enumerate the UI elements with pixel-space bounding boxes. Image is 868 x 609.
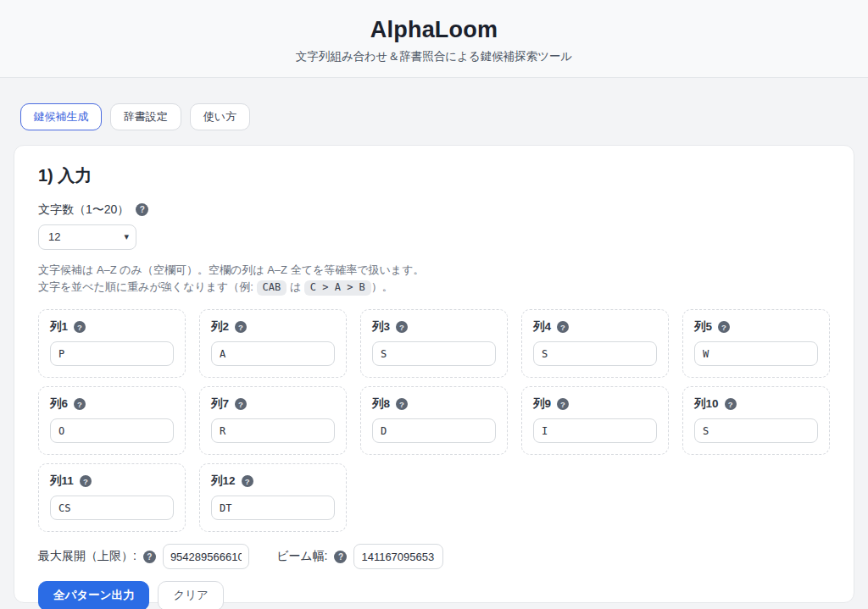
help-icon[interactable]: ? — [396, 321, 408, 333]
app-subtitle: 文字列組み合わせ＆辞書照合による鍵候補探索ツール — [0, 49, 868, 64]
max-expand-label: 最大展開（上限）: — [38, 549, 136, 564]
help-icon[interactable]: ? — [235, 321, 247, 333]
help-icon[interactable]: ? — [80, 475, 92, 487]
column-input-1[interactable] — [50, 341, 174, 366]
column-label: 列1 — [50, 319, 68, 335]
column-card-6: 列6 ? — [38, 386, 186, 455]
generate-all-patterns-button[interactable]: 全パターン出力 — [38, 581, 149, 609]
input-panel: 1) 入力 文字数（1〜20） ? 12 ▾ 文字候補は A–Z のみ（空欄可）… — [14, 145, 854, 603]
hint-line-2-mid: は — [287, 280, 304, 293]
column-card-2: 列2 ? — [199, 309, 347, 378]
column-label: 列3 — [372, 319, 390, 335]
char-count-label: 文字数（1〜20） — [38, 202, 129, 218]
char-count-field: 文字数（1〜20） ? — [38, 202, 830, 218]
column-label: 列10 — [694, 396, 719, 412]
help-icon[interactable]: ? — [396, 398, 408, 410]
tab-key-generation[interactable]: 鍵候補生成 — [20, 103, 102, 130]
limits-row: 最大展開（上限）: ? ビーム幅: ? — [38, 544, 830, 569]
help-icon[interactable]: ? — [334, 551, 347, 563]
column-input-7[interactable] — [211, 418, 335, 443]
column-card-12: 列12 ? — [199, 463, 347, 532]
app-header: AlphaLoom 文字列組み合わせ＆辞書照合による鍵候補探索ツール — [0, 0, 868, 78]
tab-bar: 鍵候補生成 辞書設定 使い方 — [20, 103, 868, 130]
code-badge-cab: CAB — [257, 280, 287, 296]
code-badge-order: C > A > B — [304, 280, 371, 296]
help-icon[interactable]: ? — [74, 398, 86, 410]
beam-width-input[interactable] — [353, 544, 443, 569]
hint-line-1: 文字候補は A–Z のみ（空欄可）。空欄の列は A–Z 全てを等確率で扱います。 — [38, 263, 830, 279]
help-icon[interactable]: ? — [718, 321, 730, 333]
column-card-11: 列11 ? — [38, 463, 186, 532]
tab-dictionary-settings[interactable]: 辞書設定 — [110, 103, 181, 130]
help-icon[interactable]: ? — [557, 398, 569, 410]
help-icon[interactable]: ? — [725, 398, 737, 410]
column-label: 列12 — [211, 473, 236, 489]
column-card-4: 列4 ? — [521, 309, 669, 378]
column-input-11[interactable] — [50, 496, 174, 520]
column-card-8: 列8 ? — [360, 386, 508, 455]
column-label: 列8 — [372, 396, 390, 412]
column-card-7: 列7 ? — [199, 386, 347, 455]
column-label: 列9 — [533, 396, 551, 412]
column-input-6[interactable] — [50, 418, 174, 443]
column-card-5: 列5 ? — [682, 309, 830, 378]
hint-line-2-suffix: ）。 — [371, 280, 393, 293]
help-icon[interactable]: ? — [557, 321, 569, 333]
column-label: 列6 — [50, 396, 68, 412]
column-grid: 列1 ? 列2 ? 列3 ? 列4 ? — [38, 309, 830, 532]
section-heading: 1) 入力 — [38, 164, 830, 187]
column-input-5[interactable] — [694, 341, 818, 366]
hint-line-2-prefix: 文字を並べた順に重みが強くなります（例: — [38, 280, 257, 293]
char-count-select[interactable]: 12 — [38, 224, 136, 250]
column-label: 列11 — [50, 473, 74, 489]
column-card-1: 列1 ? — [38, 309, 186, 378]
column-label: 列2 — [211, 319, 229, 335]
column-label: 列4 — [533, 319, 551, 335]
help-icon[interactable]: ? — [242, 475, 253, 487]
column-input-10[interactable] — [694, 418, 818, 443]
column-input-3[interactable] — [372, 341, 496, 366]
column-input-12[interactable] — [211, 496, 335, 520]
max-expand-input[interactable] — [163, 544, 249, 569]
tab-usage[interactable]: 使い方 — [190, 103, 250, 130]
column-input-4[interactable] — [533, 341, 657, 366]
help-icon[interactable]: ? — [235, 398, 247, 410]
column-label: 列5 — [694, 319, 712, 335]
hint-line-2: 文字を並べた順に重みが強くなります（例: CAB は C > A > B）。 — [38, 280, 830, 296]
action-buttons: 全パターン出力 クリア — [38, 581, 830, 609]
beam-width-label: ビーム幅: — [276, 549, 328, 564]
column-card-3: 列3 ? — [360, 309, 508, 378]
column-input-9[interactable] — [533, 418, 657, 443]
column-card-10: 列10 ? — [682, 386, 830, 455]
clear-button[interactable]: クリア — [158, 581, 223, 609]
column-input-2[interactable] — [211, 341, 335, 366]
help-icon[interactable]: ? — [136, 203, 148, 216]
app-title: AlphaLoom — [0, 17, 868, 43]
column-input-8[interactable] — [372, 418, 496, 443]
column-card-9: 列9 ? — [521, 386, 669, 455]
help-icon[interactable]: ? — [74, 321, 86, 333]
column-label: 列7 — [211, 396, 229, 412]
help-icon[interactable]: ? — [143, 551, 156, 563]
char-count-select-wrap: 12 ▾ — [38, 224, 136, 250]
